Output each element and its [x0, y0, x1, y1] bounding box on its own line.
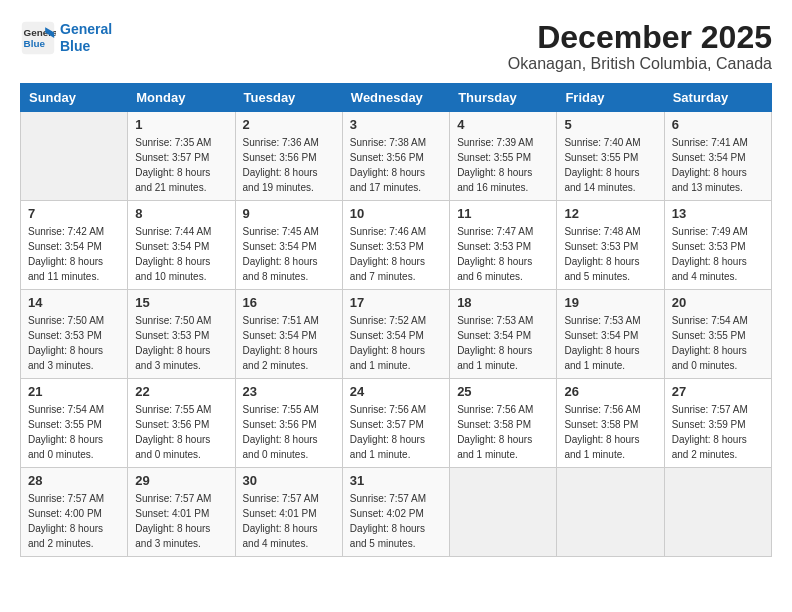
day-cell: 1Sunrise: 7:35 AMSunset: 3:57 PMDaylight… — [128, 112, 235, 201]
day-cell: 23Sunrise: 7:55 AMSunset: 3:56 PMDayligh… — [235, 379, 342, 468]
day-cell: 31Sunrise: 7:57 AMSunset: 4:02 PMDayligh… — [342, 468, 449, 557]
header-wednesday: Wednesday — [342, 84, 449, 112]
day-info: Sunrise: 7:51 AMSunset: 3:54 PMDaylight:… — [243, 313, 335, 373]
day-cell — [450, 468, 557, 557]
logo: General Blue General Blue — [20, 20, 112, 56]
day-number: 9 — [243, 206, 335, 221]
day-cell: 24Sunrise: 7:56 AMSunset: 3:57 PMDayligh… — [342, 379, 449, 468]
day-cell: 16Sunrise: 7:51 AMSunset: 3:54 PMDayligh… — [235, 290, 342, 379]
day-cell: 5Sunrise: 7:40 AMSunset: 3:55 PMDaylight… — [557, 112, 664, 201]
day-cell: 26Sunrise: 7:56 AMSunset: 3:58 PMDayligh… — [557, 379, 664, 468]
day-number: 4 — [457, 117, 549, 132]
day-info: Sunrise: 7:55 AMSunset: 3:56 PMDaylight:… — [243, 402, 335, 462]
day-cell: 19Sunrise: 7:53 AMSunset: 3:54 PMDayligh… — [557, 290, 664, 379]
day-number: 24 — [350, 384, 442, 399]
day-number: 25 — [457, 384, 549, 399]
title-area: December 2025 Okanagan, British Columbia… — [508, 20, 772, 73]
day-cell: 30Sunrise: 7:57 AMSunset: 4:01 PMDayligh… — [235, 468, 342, 557]
week-row-4: 21Sunrise: 7:54 AMSunset: 3:55 PMDayligh… — [21, 379, 772, 468]
day-info: Sunrise: 7:55 AMSunset: 3:56 PMDaylight:… — [135, 402, 227, 462]
day-cell — [664, 468, 771, 557]
day-cell — [557, 468, 664, 557]
day-info: Sunrise: 7:39 AMSunset: 3:55 PMDaylight:… — [457, 135, 549, 195]
day-number: 17 — [350, 295, 442, 310]
day-info: Sunrise: 7:38 AMSunset: 3:56 PMDaylight:… — [350, 135, 442, 195]
week-row-1: 1Sunrise: 7:35 AMSunset: 3:57 PMDaylight… — [21, 112, 772, 201]
day-info: Sunrise: 7:57 AMSunset: 4:02 PMDaylight:… — [350, 491, 442, 551]
day-cell: 10Sunrise: 7:46 AMSunset: 3:53 PMDayligh… — [342, 201, 449, 290]
day-cell: 12Sunrise: 7:48 AMSunset: 3:53 PMDayligh… — [557, 201, 664, 290]
day-number: 22 — [135, 384, 227, 399]
day-info: Sunrise: 7:56 AMSunset: 3:57 PMDaylight:… — [350, 402, 442, 462]
day-number: 3 — [350, 117, 442, 132]
day-number: 26 — [564, 384, 656, 399]
day-number: 6 — [672, 117, 764, 132]
day-cell: 29Sunrise: 7:57 AMSunset: 4:01 PMDayligh… — [128, 468, 235, 557]
day-cell: 11Sunrise: 7:47 AMSunset: 3:53 PMDayligh… — [450, 201, 557, 290]
day-cell: 8Sunrise: 7:44 AMSunset: 3:54 PMDaylight… — [128, 201, 235, 290]
day-info: Sunrise: 7:52 AMSunset: 3:54 PMDaylight:… — [350, 313, 442, 373]
day-number: 30 — [243, 473, 335, 488]
day-cell: 20Sunrise: 7:54 AMSunset: 3:55 PMDayligh… — [664, 290, 771, 379]
day-info: Sunrise: 7:56 AMSunset: 3:58 PMDaylight:… — [457, 402, 549, 462]
day-number: 13 — [672, 206, 764, 221]
month-title: December 2025 — [508, 20, 772, 55]
day-number: 14 — [28, 295, 120, 310]
header-monday: Monday — [128, 84, 235, 112]
day-info: Sunrise: 7:35 AMSunset: 3:57 PMDaylight:… — [135, 135, 227, 195]
day-number: 27 — [672, 384, 764, 399]
day-number: 5 — [564, 117, 656, 132]
day-cell: 14Sunrise: 7:50 AMSunset: 3:53 PMDayligh… — [21, 290, 128, 379]
header-friday: Friday — [557, 84, 664, 112]
day-number: 8 — [135, 206, 227, 221]
day-number: 31 — [350, 473, 442, 488]
day-cell: 18Sunrise: 7:53 AMSunset: 3:54 PMDayligh… — [450, 290, 557, 379]
day-info: Sunrise: 7:40 AMSunset: 3:55 PMDaylight:… — [564, 135, 656, 195]
day-cell: 2Sunrise: 7:36 AMSunset: 3:56 PMDaylight… — [235, 112, 342, 201]
day-info: Sunrise: 7:54 AMSunset: 3:55 PMDaylight:… — [672, 313, 764, 373]
day-info: Sunrise: 7:57 AMSunset: 3:59 PMDaylight:… — [672, 402, 764, 462]
day-number: 16 — [243, 295, 335, 310]
day-info: Sunrise: 7:45 AMSunset: 3:54 PMDaylight:… — [243, 224, 335, 284]
day-info: Sunrise: 7:50 AMSunset: 3:53 PMDaylight:… — [135, 313, 227, 373]
day-cell: 13Sunrise: 7:49 AMSunset: 3:53 PMDayligh… — [664, 201, 771, 290]
day-cell: 28Sunrise: 7:57 AMSunset: 4:00 PMDayligh… — [21, 468, 128, 557]
day-number: 12 — [564, 206, 656, 221]
day-info: Sunrise: 7:53 AMSunset: 3:54 PMDaylight:… — [564, 313, 656, 373]
week-row-3: 14Sunrise: 7:50 AMSunset: 3:53 PMDayligh… — [21, 290, 772, 379]
calendar-table: SundayMondayTuesdayWednesdayThursdayFrid… — [20, 83, 772, 557]
logo-icon: General Blue — [20, 20, 56, 56]
day-number: 1 — [135, 117, 227, 132]
day-number: 18 — [457, 295, 549, 310]
day-cell — [21, 112, 128, 201]
day-number: 15 — [135, 295, 227, 310]
day-number: 7 — [28, 206, 120, 221]
header-thursday: Thursday — [450, 84, 557, 112]
day-info: Sunrise: 7:57 AMSunset: 4:01 PMDaylight:… — [135, 491, 227, 551]
week-row-2: 7Sunrise: 7:42 AMSunset: 3:54 PMDaylight… — [21, 201, 772, 290]
day-number: 20 — [672, 295, 764, 310]
day-info: Sunrise: 7:54 AMSunset: 3:55 PMDaylight:… — [28, 402, 120, 462]
day-cell: 22Sunrise: 7:55 AMSunset: 3:56 PMDayligh… — [128, 379, 235, 468]
day-info: Sunrise: 7:56 AMSunset: 3:58 PMDaylight:… — [564, 402, 656, 462]
day-info: Sunrise: 7:36 AMSunset: 3:56 PMDaylight:… — [243, 135, 335, 195]
day-number: 19 — [564, 295, 656, 310]
header-saturday: Saturday — [664, 84, 771, 112]
header-sunday: Sunday — [21, 84, 128, 112]
day-number: 29 — [135, 473, 227, 488]
day-cell: 25Sunrise: 7:56 AMSunset: 3:58 PMDayligh… — [450, 379, 557, 468]
day-info: Sunrise: 7:50 AMSunset: 3:53 PMDaylight:… — [28, 313, 120, 373]
day-number: 11 — [457, 206, 549, 221]
day-number: 28 — [28, 473, 120, 488]
logo-text: General Blue — [60, 21, 112, 55]
day-info: Sunrise: 7:57 AMSunset: 4:00 PMDaylight:… — [28, 491, 120, 551]
day-info: Sunrise: 7:41 AMSunset: 3:54 PMDaylight:… — [672, 135, 764, 195]
day-cell: 27Sunrise: 7:57 AMSunset: 3:59 PMDayligh… — [664, 379, 771, 468]
day-number: 10 — [350, 206, 442, 221]
calendar-header-row: SundayMondayTuesdayWednesdayThursdayFrid… — [21, 84, 772, 112]
day-cell: 6Sunrise: 7:41 AMSunset: 3:54 PMDaylight… — [664, 112, 771, 201]
day-info: Sunrise: 7:44 AMSunset: 3:54 PMDaylight:… — [135, 224, 227, 284]
day-info: Sunrise: 7:49 AMSunset: 3:53 PMDaylight:… — [672, 224, 764, 284]
location-subtitle: Okanagan, British Columbia, Canada — [508, 55, 772, 73]
day-number: 23 — [243, 384, 335, 399]
